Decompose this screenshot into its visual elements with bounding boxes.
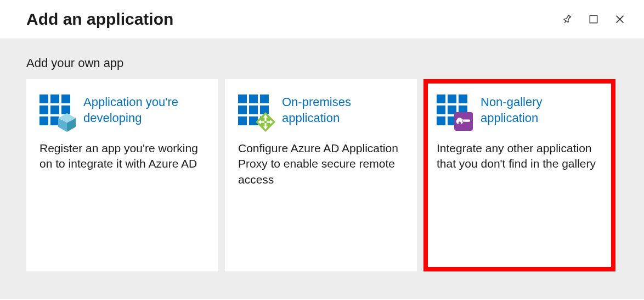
svg-rect-1 xyxy=(590,15,597,23)
content-area: Add your own app xyxy=(0,38,644,299)
cards-container: Application you're developing Register a… xyxy=(26,79,618,271)
card-description: Register an app you're working on to int… xyxy=(39,141,205,172)
grid-wrench-icon xyxy=(437,95,471,129)
svg-line-0 xyxy=(564,21,566,23)
card-head: Application you're developing xyxy=(39,95,205,129)
card-head: On-premises application xyxy=(238,95,404,129)
card-description: Configure Azure AD Application Proxy to … xyxy=(238,141,404,187)
card-title: On-premises application xyxy=(282,95,404,126)
grid-arrows-icon xyxy=(238,95,272,129)
pin-icon[interactable] xyxy=(561,13,574,26)
header-actions xyxy=(561,13,626,26)
card-description: Integrate any other application that you… xyxy=(437,141,602,172)
close-icon[interactable] xyxy=(613,13,626,26)
card-head: Non-gallery application xyxy=(437,95,602,129)
section-title: Add your own app xyxy=(26,56,618,70)
page-title: Add an application xyxy=(26,10,173,29)
card-app-developing[interactable]: Application you're developing Register a… xyxy=(26,79,218,271)
maximize-icon[interactable] xyxy=(587,13,600,26)
card-non-gallery[interactable]: Non-gallery application Integrate any ot… xyxy=(423,79,615,271)
header: Add an application xyxy=(0,0,644,38)
card-on-premises[interactable]: On-premises application Configure Azure … xyxy=(225,79,417,271)
card-title: Application you're developing xyxy=(83,95,205,126)
card-title: Non-gallery application xyxy=(481,95,602,126)
grid-cube-icon xyxy=(39,95,74,129)
